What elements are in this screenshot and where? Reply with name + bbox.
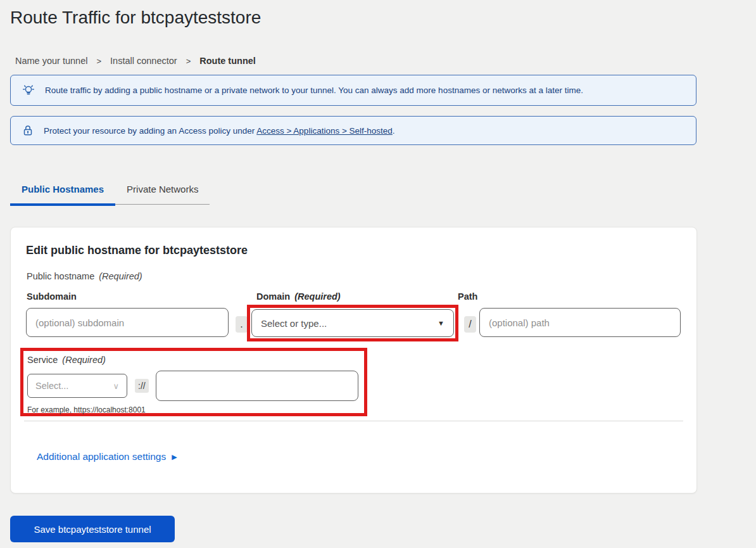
save-tunnel-button[interactable]: Save btcpayteststore tunnel [10,516,175,542]
page-title: Route Traffic for btcpayteststore [10,8,261,28]
access-applications-self-hosted-link[interactable]: Access > Applications > Self-hosted [256,126,393,136]
service-url-input[interactable] [156,371,358,401]
domain-label: Domain(Required) [256,291,341,302]
required-note: (Required) [62,355,106,365]
domain-select[interactable]: Select or type... ▼ [251,309,454,337]
route-traffic-info-banner: Route traffic by adding a public hostnam… [10,75,696,106]
subdomain-label: Subdomain [27,291,77,302]
additional-application-settings-link[interactable]: Additional application settings ▶ [37,451,177,462]
route-traffic-banner-text: Route traffic by adding a public hostnam… [45,86,583,95]
path-input[interactable] [479,308,681,337]
dot-separator: . [236,316,248,333]
access-policy-banner-text: Protect your resource by adding an Acces… [44,126,395,136]
tab-private-networks[interactable]: Private Networks [115,175,210,204]
caret-down-icon: ▼ [438,319,444,327]
slash-separator: / [464,316,476,333]
scheme-separator: :// [135,379,149,393]
service-type-select[interactable]: Select... ∨ [27,374,127,398]
access-policy-banner: Protect your resource by adding an Acces… [10,116,696,145]
required-note: (Required) [294,291,341,302]
service-label: Service(Required) [27,355,364,365]
domain-select-value: Select or type... [261,318,327,329]
breadcrumb-step-install-connector[interactable]: Install connector [110,56,177,66]
required-note: (Required) [99,271,142,281]
triangle-right-icon: ▶ [172,453,177,461]
domain-annotation-highlight: Select or type... ▼ [247,305,458,341]
path-label: Path [458,291,477,302]
card-heading: Edit public hostname for btcpayteststore [26,244,248,257]
breadcrumb-step-route-tunnel: Route tunnel [199,56,256,66]
edit-public-hostname-card: Edit public hostname for btcpayteststore… [10,227,697,494]
breadcrumb-separator: > [96,56,101,66]
service-hint: For example, https://localhost:8001 [27,405,364,414]
service-row: Select... ∨ :// [27,371,364,401]
breadcrumb-step-name-tunnel[interactable]: Name your tunnel [15,56,87,66]
breadcrumb: Name your tunnel > Install connector > R… [15,56,256,66]
chevron-down-icon: ∨ [113,381,119,391]
lock-icon [21,124,35,137]
subdomain-input[interactable] [26,308,229,337]
hostname-network-tabs: Public Hostnames Private Networks [10,175,210,205]
service-type-value: Select... [35,381,68,391]
public-hostname-label: Public hostname(Required) [27,271,142,281]
tab-public-hostnames[interactable]: Public Hostnames [10,175,115,204]
lightbulb-icon [21,83,36,98]
breadcrumb-separator: > [186,56,191,66]
service-annotation-highlight: Service(Required) Select... ∨ :// For ex… [20,348,367,416]
card-divider [24,421,683,421]
